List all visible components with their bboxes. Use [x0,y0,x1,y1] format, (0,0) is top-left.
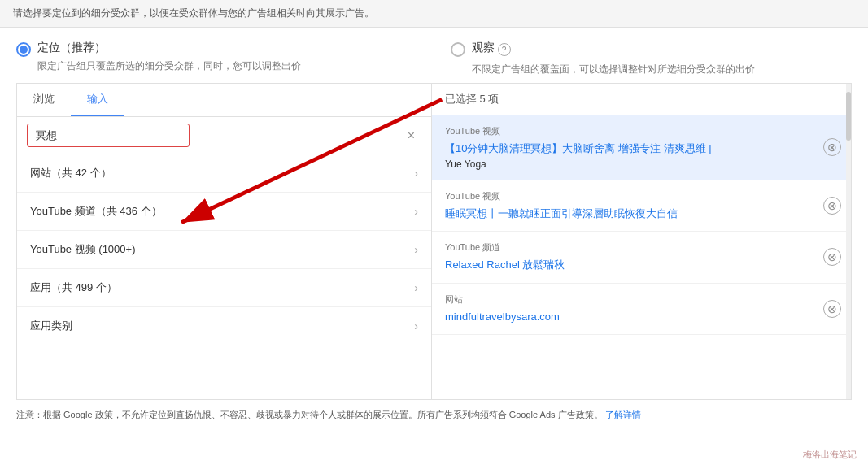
tab-browse[interactable]: 浏览 [17,84,71,116]
category-item-1[interactable]: YouTube 频道（共 436 个） › [17,193,431,231]
category-label-0: 网站（共 42 个） [30,166,111,180]
category-item-0[interactable]: 网站（共 42 个） › [17,154,431,193]
category-label-1: YouTube 频道（共 436 个） [30,204,162,219]
selected-header: 已选择 5 项 [432,84,851,115]
option-2-content: 观察 ? 不限定广告组的覆盖面，可以选择调整针对所选细分受众群的出价 [472,41,755,76]
item-title-2: Relaxed Rachel 放鬆瑞秋 [445,257,838,273]
watermark: 梅洛出海笔记 [798,447,861,462]
option-1-content: 定位（推荐） 限定广告组只覆盖所选的细分受众群，同时，您可以调整出价 [37,41,301,73]
tabs-row: 浏览 输入 [17,84,431,117]
targeting-option-1: 定位（推荐） 限定广告组只覆盖所选的细分受众群，同时，您可以调整出价 [16,41,418,73]
tab-input[interactable]: 输入 [71,84,124,116]
remove-btn-3[interactable]: ⊗ [823,300,841,318]
top-bar: 请选择要定位到的细分受众群，以便在受众群体与您的广告组相关时向其展示广告。 [0,0,868,28]
scrollbar-thumb [846,92,851,141]
item-title-1: 睡眠冥想丨一聽就睏正面引導深層助眠恢復大自信 [445,206,838,222]
selected-items: YouTube 视频 【10分钟大脑清理冥想】大脑断舍离 增强专注 清爽思维 |… [432,115,851,399]
remove-btn-2[interactable]: ⊗ [823,248,841,266]
targeting-option-2: 观察 ? 不限定广告组的覆盖面，可以选择调整针对所选细分受众群的出价 [451,41,853,76]
footer-text: 注意：根据 Google 政策，不允许定位到直扬仇恨、不容忍、歧视或暴力对待个人… [16,410,603,419]
radio-1[interactable] [16,42,31,57]
item-subtitle-0: Yue Yoga [445,159,838,170]
scrollbar-track[interactable] [846,84,851,399]
targeting-section: 定位（推荐） 限定广告组只覆盖所选的细分受众群，同时，您可以调整出价 观察 ? … [0,28,868,83]
remove-btn-0[interactable]: ⊗ [823,138,841,156]
chevron-2: › [414,243,418,256]
footer-note: 注意：根据 Google 政策，不允许定位到直扬仇恨、不容忍、歧视或暴力对待个人… [0,400,868,431]
selected-item-1: YouTube 视频 睡眠冥想丨一聽就睏正面引導深層助眠恢復大自信 ⊗ [432,180,851,232]
help-icon[interactable]: ? [498,43,511,56]
category-item-3[interactable]: 应用（共 499 个） › [17,269,431,307]
item-type-1: YouTube 视频 [445,190,838,202]
category-list: 网站（共 42 个） › YouTube 频道（共 436 个） › YouTu… [17,154,431,399]
selected-item-0: YouTube 视频 【10分钟大脑清理冥想】大脑断舍离 增强专注 清爽思维 |… [432,115,851,180]
selected-item-2: YouTube 频道 Relaxed Rachel 放鬆瑞秋 ⊗ [432,232,851,284]
option-2-desc: 不限定广告组的覆盖面，可以选择调整针对所选细分受众群的出价 [472,62,755,76]
option-2-label: 观察 [472,41,495,55]
item-type-0: YouTube 视频 [445,125,838,137]
chevron-1: › [414,205,418,218]
main-content: 浏览 输入 × 网站（共 42 个） › YouTube 频道（共 436 个）… [16,83,852,400]
category-item-2[interactable]: YouTube 视频 (1000+) › [17,231,431,269]
search-row: × [17,117,431,154]
category-label-3: 应用（共 499 个） [30,280,117,295]
chevron-4: › [414,319,418,332]
left-panel: 浏览 输入 × 网站（共 42 个） › YouTube 频道（共 436 个）… [17,84,432,399]
item-type-2: YouTube 频道 [445,241,838,254]
option-1-desc: 限定广告组只覆盖所选的细分受众群，同时，您可以调整出价 [37,59,301,73]
right-panel: 已选择 5 项 YouTube 视频 【10分钟大脑清理冥想】大脑断舍离 增强专… [432,84,851,399]
item-title-3: mindfultravelbysara.com [445,309,838,325]
chevron-3: › [414,281,418,294]
category-label-4: 应用类别 [30,319,72,333]
radio-2[interactable] [451,42,465,57]
category-label-2: YouTube 视频 (1000+) [30,242,135,257]
category-item-4[interactable]: 应用类别 › [17,307,431,345]
footer-link[interactable]: 了解详情 [605,410,641,419]
top-bar-text: 请选择要定位到的细分受众群，以便在受众群体与您的广告组相关时向其展示广告。 [13,7,374,19]
option-1-label: 定位（推荐） [37,41,301,55]
item-type-3: 网站 [445,293,838,306]
item-title-0: 【10分钟大脑清理冥想】大脑断舍离 增强专注 清爽思维 | [445,141,838,157]
selected-item-3: 网站 mindfultravelbysara.com ⊗ [432,284,851,336]
remove-btn-1[interactable]: ⊗ [823,197,841,215]
search-input[interactable] [27,124,190,147]
chevron-0: › [414,167,418,180]
close-icon[interactable]: × [408,128,415,143]
